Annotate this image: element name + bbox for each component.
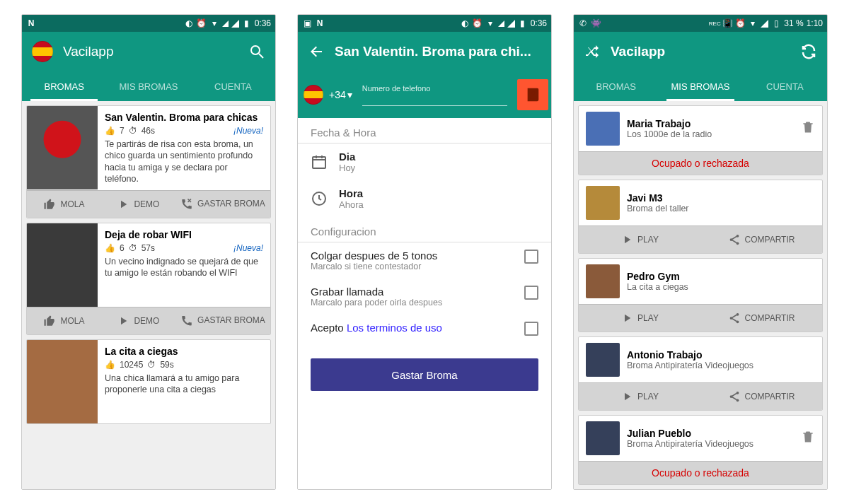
row-dia[interactable]: DiaHoy: [298, 143, 551, 180]
play-button[interactable]: PLAY: [579, 305, 700, 332]
status-time: 0:36: [531, 18, 547, 28]
cfg-colgar[interactable]: Colgar despues de 5 tonosMarcalo si tien…: [298, 242, 551, 279]
contact-name: Julian Pueblo: [627, 428, 753, 439]
refresh-icon[interactable]: [800, 43, 817, 60]
mybroma-row[interactable]: Javi M3Broma del taller PLAY COMPARTIR: [578, 180, 823, 254]
app-title: Vacilapp: [63, 44, 238, 59]
duration: 46s: [142, 126, 155, 136]
share-button[interactable]: COMPARTIR: [700, 305, 822, 332]
clock-icon: ⏱: [129, 126, 137, 136]
row-hora[interactable]: HoraAhora: [298, 180, 551, 217]
broma-title: San Valentin. Broma para chicas: [105, 112, 263, 123]
mola-button[interactable]: MOLA: [27, 191, 101, 218]
alarm-icon: ⏰: [735, 18, 745, 28]
contact-name: Antonio Trabajo: [627, 349, 753, 361]
play-button[interactable]: PLAY: [579, 383, 700, 410]
flag-es-icon[interactable]: [32, 41, 53, 62]
phone-mis-bromas: ✆ 👾 REC 📳 ⏰ ▾ ▯ 31 % 1:10 Vacilapp BROMA…: [573, 14, 828, 490]
likes-count: 6: [120, 243, 125, 253]
broma-thumb: [27, 340, 98, 423]
trash-icon[interactable]: [801, 120, 815, 137]
mybroma-row[interactable]: Julian PuebloBroma Antipiratería Videoju…: [578, 415, 823, 485]
broma-thumb: [27, 106, 98, 189]
battery-pct: 31 %: [784, 18, 803, 28]
search-icon[interactable]: [248, 43, 265, 60]
app-bar: San Valentin. Broma para chi...: [298, 32, 551, 71]
broma-desc: Te partirás de risa con esta broma, un c…: [105, 139, 263, 184]
trash-icon[interactable]: [801, 430, 815, 447]
share-button[interactable]: COMPARTIR: [700, 226, 822, 253]
status-busy: Ocupado o rechazada: [579, 151, 822, 175]
checkbox[interactable]: [524, 322, 538, 336]
svg-rect-3: [313, 157, 325, 168]
pick-contact-button[interactable]: [517, 79, 548, 110]
status-time: 0:36: [255, 18, 271, 28]
terms-link[interactable]: Los terminos de uso: [347, 322, 442, 334]
shuffle-icon[interactable]: [584, 43, 601, 60]
demo-button[interactable]: DEMO: [101, 191, 175, 218]
status-bar: N ◐ ⏰ ▾ ▮ 0:36: [22, 15, 275, 32]
gastar-broma-button[interactable]: GASTAR BROMA: [175, 307, 270, 334]
checkbox[interactable]: [524, 286, 538, 300]
calendar-icon: [311, 153, 328, 170]
country-prefix[interactable]: +34▾: [329, 89, 352, 100]
broma-card[interactable]: La cita a ciegas 👍10245 ⏱59s Una chica l…: [26, 339, 271, 424]
gastar-broma-primary-button[interactable]: Gastar Broma: [311, 358, 538, 391]
tab-mis-bromas[interactable]: MIS BROMAS: [658, 71, 742, 101]
tab-mis-bromas[interactable]: MIS BROMAS: [106, 71, 190, 101]
cfg-terminos[interactable]: Acepto Los terminos de uso: [298, 315, 551, 343]
broma-name: Los 1000e de la radio: [627, 129, 712, 139]
clock-icon: [311, 190, 328, 207]
demo-button[interactable]: DEMO: [101, 307, 175, 334]
checkbox[interactable]: [524, 250, 538, 264]
duration: 59s: [160, 360, 173, 370]
status-bar: ✆ 👾 REC 📳 ⏰ ▾ ▯ 31 % 1:10: [574, 15, 827, 32]
cfg-grabar[interactable]: Grabar llamadaMarcalo para poder oirla d…: [298, 279, 551, 315]
contact-name: Pedro Gym: [627, 271, 688, 282]
mybroma-row[interactable]: Pedro GymLa cita a ciegas PLAY COMPARTIR: [578, 258, 823, 332]
contact-name: Maria Trabajo: [627, 118, 712, 129]
likes-count: 7: [120, 126, 125, 136]
flag-es-icon[interactable]: [304, 85, 323, 105]
thumb-up-icon: 👍: [105, 126, 115, 136]
broma-desc: Un vecino indignado se quejará de que tu…: [105, 256, 263, 279]
broma-card[interactable]: Deja de robar WIFI 👍6 ⏱57s ¡Nueva! Un ve…: [26, 223, 271, 335]
broma-card[interactable]: San Valentin. Broma para chicas 👍7 ⏱46s …: [26, 105, 271, 218]
tab-cuenta[interactable]: CUENTA: [191, 71, 275, 101]
status-bar: ▣ N ◐ ⏰ ▾ ▮ 0:36: [298, 15, 551, 32]
tab-bromas[interactable]: BROMAS: [22, 71, 106, 101]
tab-cuenta[interactable]: CUENTA: [743, 71, 827, 101]
broma-name: Broma Antipiratería Videojuegos: [627, 361, 753, 370]
alarm-icon: ⏰: [473, 18, 483, 28]
phone-input[interactable]: Numero de telefono: [362, 84, 507, 106]
phone-broma-detail: ▣ N ◐ ⏰ ▾ ▮ 0:36 San Valentin. Broma par…: [297, 14, 552, 490]
android-icon: 👾: [591, 18, 601, 28]
status-time: 1:10: [807, 18, 823, 28]
app-bar: Vacilapp: [574, 32, 827, 71]
mybroma-row[interactable]: Maria TrabajoLos 1000e de la radio Ocupa…: [578, 105, 823, 175]
page-title: San Valentin. Broma para chi...: [335, 44, 541, 59]
mybroma-row[interactable]: Antonio TrabajoBroma Antipiratería Video…: [578, 336, 823, 411]
signal-icon: [231, 20, 239, 28]
chevron-down-icon: ▾: [347, 89, 352, 100]
whatsapp-icon: ✆: [578, 18, 588, 28]
gastar-broma-button[interactable]: GASTAR BROMA: [175, 191, 270, 218]
tabs: BROMAS MIS BROMAS CUENTA: [574, 71, 827, 101]
alarm-icon: ⏰: [197, 18, 207, 28]
svg-line-1: [259, 54, 263, 58]
play-button[interactable]: PLAY: [579, 226, 700, 253]
duration: 57s: [142, 243, 155, 253]
app-bar: Vacilapp: [22, 32, 275, 71]
image-icon: ▣: [302, 18, 312, 28]
tab-bromas[interactable]: BROMAS: [574, 71, 658, 101]
mola-button[interactable]: MOLA: [27, 307, 101, 334]
share-button[interactable]: COMPARTIR: [700, 383, 822, 410]
broma-name: Broma del taller: [627, 204, 689, 213]
back-icon[interactable]: [308, 43, 325, 60]
wifi-icon: ▾: [748, 18, 758, 28]
thumb-up-icon: 👍: [105, 360, 115, 370]
wifi-icon: ▾: [485, 18, 495, 28]
signal-icon: [761, 20, 768, 28]
n-icon: N: [26, 18, 36, 28]
battery-icon: ▮: [518, 18, 528, 28]
